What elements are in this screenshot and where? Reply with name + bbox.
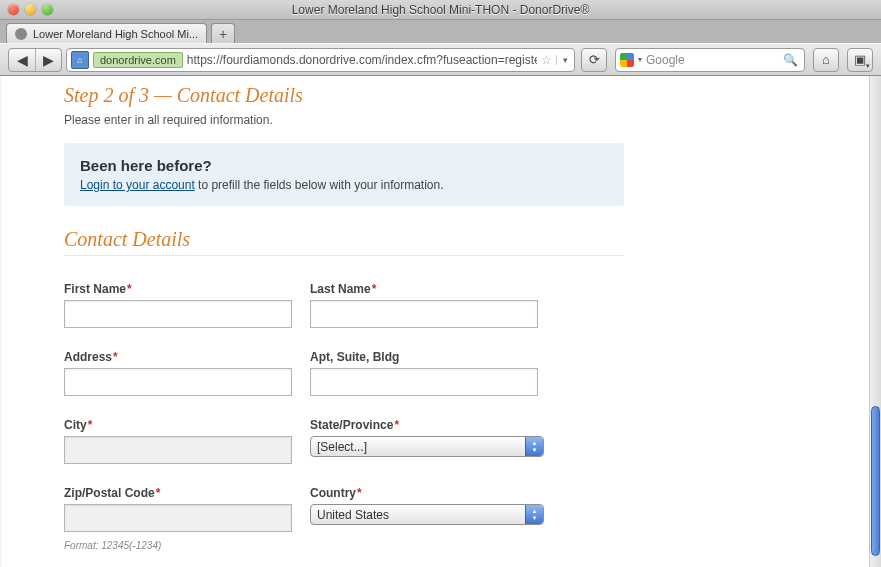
window-title: Lower Moreland High School Mini-THON - D…: [0, 3, 881, 17]
callout-heading: Been here before?: [80, 157, 608, 174]
bookmark-star-icon[interactable]: ☆: [537, 53, 556, 67]
url-dropdown-icon[interactable]: ▾: [556, 55, 574, 65]
apt-input[interactable]: [310, 368, 538, 396]
content-inner: Step 2 of 3 — Contact Details Please ent…: [0, 76, 700, 567]
search-box[interactable]: ▾ Google 🔍: [615, 48, 805, 72]
first-name-group: First Name*: [64, 282, 292, 328]
zip-input[interactable]: [64, 504, 292, 532]
required-asterisk: *: [394, 418, 399, 432]
state-label: State/Province*: [310, 418, 538, 432]
login-callout: Been here before? Login to your account …: [64, 143, 624, 206]
country-selected-value: United States: [317, 508, 389, 522]
content-card: Step 2 of 3 — Contact Details Please ent…: [0, 76, 869, 567]
contact-form: First Name* Last Name* Address* Apt, Sui…: [64, 282, 624, 567]
required-asterisk: *: [357, 486, 362, 500]
nav-button-group: ◀ ▶: [8, 48, 62, 72]
label-text: First Name: [64, 282, 126, 296]
search-placeholder: Google: [646, 53, 685, 67]
search-icon[interactable]: 🔍: [783, 53, 798, 67]
intro-text: Please enter in all required information…: [64, 113, 700, 127]
required-asterisk: *: [113, 350, 118, 364]
section-heading: Contact Details: [64, 228, 700, 251]
scrollbar-thumb[interactable]: [871, 406, 880, 556]
country-label: Country*: [310, 486, 538, 500]
select-stepper-icon: [525, 505, 543, 524]
city-input[interactable]: [64, 436, 292, 464]
downloads-button[interactable]: ▣ ▾: [847, 48, 873, 72]
zip-group: Zip/Postal Code* Format: 12345(-1234): [64, 486, 292, 551]
browser-toolbar: ◀ ▶ ⌂ donordrive.com https://fourdiamond…: [0, 43, 881, 76]
label-text: Address: [64, 350, 112, 364]
page-viewport: Step 2 of 3 — Contact Details Please ent…: [0, 76, 881, 567]
url-text[interactable]: https://fourdiamonds.donordrive.com/inde…: [183, 53, 537, 67]
country-group: Country* United States: [310, 486, 538, 551]
first-name-input[interactable]: [64, 300, 292, 328]
label-text: City: [64, 418, 87, 432]
address-bar[interactable]: ⌂ donordrive.com https://fourdiamonds.do…: [66, 48, 575, 72]
site-identity-icon[interactable]: ⌂: [71, 51, 89, 69]
apt-label: Apt, Suite, Bldg: [310, 350, 538, 364]
label-text: Last Name: [310, 282, 371, 296]
label-text: State/Province: [310, 418, 393, 432]
state-group: State/Province* [Select...]: [310, 418, 538, 464]
required-asterisk: *: [156, 486, 161, 500]
address-label: Address*: [64, 350, 292, 364]
required-asterisk: *: [88, 418, 93, 432]
city-label: City*: [64, 418, 292, 432]
download-icon: ▣: [854, 52, 866, 67]
step-heading: Step 2 of 3 — Contact Details: [64, 84, 700, 107]
vertical-scrollbar[interactable]: [869, 76, 881, 567]
last-name-label: Last Name*: [310, 282, 538, 296]
section-divider: [64, 255, 624, 256]
country-select[interactable]: United States: [310, 504, 544, 525]
label-text: Country: [310, 486, 356, 500]
chevron-down-icon: ▾: [866, 62, 870, 70]
address-input[interactable]: [64, 368, 292, 396]
login-link[interactable]: Login to your account: [80, 178, 195, 192]
zip-format-hint: Format: 12345(-1234): [64, 540, 292, 551]
home-button[interactable]: ⌂: [813, 48, 839, 72]
city-group: City*: [64, 418, 292, 464]
address-group: Address*: [64, 350, 292, 396]
required-asterisk: *: [127, 282, 132, 296]
apt-group: Apt, Suite, Bldg: [310, 350, 538, 396]
domain-pill[interactable]: donordrive.com: [93, 52, 183, 68]
label-text: Zip/Postal Code: [64, 486, 155, 500]
new-tab-button[interactable]: +: [211, 23, 235, 43]
state-selected-value: [Select...]: [317, 440, 367, 454]
state-select[interactable]: [Select...]: [310, 436, 544, 457]
forward-button[interactable]: ▶: [35, 49, 61, 71]
google-icon: [620, 53, 634, 67]
reload-button[interactable]: ⟳: [581, 48, 607, 72]
search-engine-dropdown-icon[interactable]: ▾: [638, 55, 642, 64]
required-asterisk: *: [372, 282, 377, 296]
label-text: Apt, Suite, Bldg: [310, 350, 399, 364]
favicon-icon: [15, 28, 27, 40]
last-name-group: Last Name*: [310, 282, 538, 328]
window-titlebar: Lower Moreland High School Mini-THON - D…: [0, 0, 881, 20]
callout-text: Login to your account to prefill the fie…: [80, 178, 608, 192]
first-name-label: First Name*: [64, 282, 292, 296]
callout-tail: to prefill the fields below with your in…: [195, 178, 444, 192]
tab-strip: Lower Moreland High School Mi... +: [0, 20, 881, 43]
browser-tab-active[interactable]: Lower Moreland High School Mi...: [6, 23, 207, 43]
tab-label: Lower Moreland High School Mi...: [33, 28, 198, 40]
back-button[interactable]: ◀: [9, 49, 35, 71]
select-stepper-icon: [525, 437, 543, 456]
last-name-input[interactable]: [310, 300, 538, 328]
zip-label: Zip/Postal Code*: [64, 486, 292, 500]
